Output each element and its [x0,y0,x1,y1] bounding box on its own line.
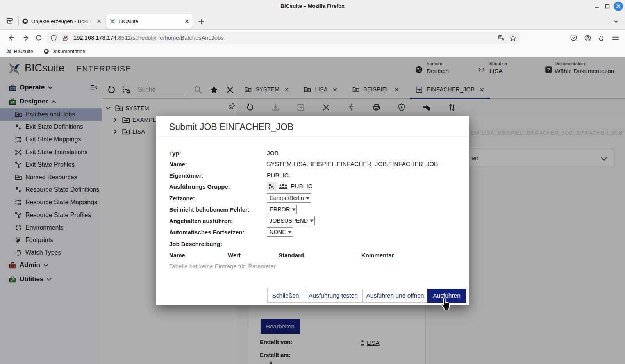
field-label: Eigentümer: [169,172,267,179]
close-icon [616,4,621,9]
new-tab-button[interactable] [196,16,206,27]
back-icon [7,34,14,41]
chevron-down-icon [309,219,314,223]
dokumentation-favicon [43,48,49,54]
dialog-title-divider [156,136,469,136]
forward-icon [23,34,30,41]
extensions-icon[interactable] [595,32,607,44]
test-run-button[interactable]: Ausführung testen [304,289,363,303]
zeitzone-select[interactable]: Europe/Berlin [267,193,311,203]
bicsuite-favicon [109,18,116,25]
field-zeitzone: Zeitzone: Europe/Berlin [169,193,311,203]
selected-option: JOBSUSPEND [270,218,308,224]
chevron-down-icon [305,196,310,200]
field-fehler: Bei nicht behobenem Fehler: ERROR [169,205,297,214]
maximize-icon [605,4,610,9]
dialog-title: Submit JOB EINFACHER_JOB [169,122,293,132]
field-value: PUBLIC [267,172,289,179]
menu-icon[interactable] [610,32,621,44]
column-header: Kommentar [361,252,394,259]
window-title: BICsuite – Mozilla Firefox [0,3,625,9]
list-all-tabs-button[interactable] [611,16,621,27]
window-close-button[interactable] [614,2,623,11]
params-empty-message: Tabelle hat keine Einträge für: Paramete… [169,263,276,269]
tab-close-icon[interactable] [96,19,102,24]
bookmark-label: BICsuite [14,48,33,54]
shield-icon[interactable] [48,32,59,44]
translate-icon[interactable] [495,32,507,44]
bookmarks-bar: BICsuite Dokumentation [0,46,625,57]
field-label: Name: [169,161,267,168]
bicsuite-favicon [6,48,12,54]
chevron-down-icon [613,18,619,25]
column-header: Wert [228,252,241,259]
run-and-open-button[interactable]: Ausführen und öffnen [362,289,428,303]
fehler-select[interactable]: ERROR [267,205,297,214]
dokumentation-favicon [22,18,29,25]
field-label: Zeitzone: [169,195,267,202]
field-label: Typ: [169,150,267,157]
bookmark-dokumentation[interactable]: Dokumentation [43,48,85,54]
choose-group-button[interactable] [267,182,277,191]
field-label: Angehalten ausführen: [169,218,267,224]
bookmark-bicsuite[interactable]: BICsuite [6,48,33,54]
selected-option: ERROR [270,206,290,212]
field-name: Name: SYSTEM.LISA.BEISPIEL.EINFACHER_JOB… [169,159,438,169]
selected-option: Europe/Berlin [270,195,304,201]
bookmark-label: Dokumentation [51,48,85,54]
browser-tab-bicsuite[interactable]: BICsuite [106,14,193,29]
field-value: SYSTEM.LISA.BEISPIEL.EINFACHER_JOB.EINFA… [267,161,438,168]
browser-tab-dokumentation[interactable]: Objekte erzeugen - Dokume [19,14,104,29]
url-path: :8512/schedulix-fe/home/BatchesAndJobs [116,35,223,41]
column-header: Name [169,252,185,259]
field-fortsetzen: Automatisches Fortsetzen: NONE [169,227,293,237]
firefox-view-button[interactable] [3,15,16,27]
url-text[interactable]: 192.168.178.174:8512/schedulix-fe/home/B… [73,35,495,41]
lock-insecure-icon[interactable] [59,32,71,44]
minimize-icon [594,4,600,9]
window-titlebar: BICsuite – Mozilla Firefox [0,0,625,13]
reload-button[interactable] [33,32,45,44]
tab-title: BICsuite [118,18,182,24]
selected-option: NONE [270,229,286,235]
close-dialog-button[interactable]: Schließen [267,289,304,303]
browser-navigation-toolbar: 192.168.178.174:8512/schedulix-fe/home/B… [0,30,625,46]
tab-separator [18,16,19,26]
params-table-header: Name Wert Standard Kommentar [156,252,469,260]
tab-close-icon[interactable] [184,19,189,24]
column-header: Standard [279,252,304,259]
field-ausfuehrungs-gruppe: Ausführungs Gruppe: PUBLIC [169,182,312,191]
field-value: PUBLIC [291,183,312,190]
picker-icon [268,183,275,190]
window-minimize-button[interactable] [593,2,601,11]
tab-title: Objekte erzeugen - Dokume [31,18,94,24]
bicsuite-app: BICsuite ENTERPRISE Sprache Deutsch Benu… [0,57,625,364]
field-label: Job Beschreibung: [169,241,267,247]
fortsetzen-select[interactable]: NONE [267,227,293,237]
field-beschreibung: Job Beschreibung: [169,239,267,248]
plus-icon [198,18,204,25]
field-value: JOB [267,150,279,157]
bookmark-star-icon[interactable] [507,32,519,44]
field-label: Ausführungs Gruppe: [169,183,267,190]
mouse-cursor-pointer [439,297,450,311]
back-button[interactable] [5,32,17,44]
field-eigentuemer: Eigentümer: PUBLIC [169,171,289,180]
submit-job-dialog: Submit JOB EINFACHER_JOB Typ: JOB Name: … [156,116,469,305]
reload-icon [35,34,42,41]
field-label: Bei nicht behobenem Fehler: [169,206,267,213]
firefox-view-icon [6,17,14,25]
group-icon [278,182,288,191]
url-host: 192.168.178.174 [73,35,116,41]
dialog-buttons: Schließen Ausführung testen Ausführen un… [268,289,466,303]
account-icon[interactable] [582,32,593,44]
browser-tab-bar: Objekte erzeugen - Dokume BICsuite [0,13,625,30]
chevron-down-icon [291,208,296,211]
angehalten-select[interactable]: JOBSUSPEND [267,216,315,225]
field-angehalten: Angehalten ausführen: JOBSUSPEND [169,216,315,225]
pocket-icon[interactable] [568,32,579,44]
url-bar[interactable]: 192.168.178.174:8512/schedulix-fe/home/B… [47,32,520,44]
forward-button[interactable] [21,32,32,44]
window-maximize-button[interactable] [603,2,612,11]
field-label: Automatisches Fortsetzen: [169,229,267,236]
